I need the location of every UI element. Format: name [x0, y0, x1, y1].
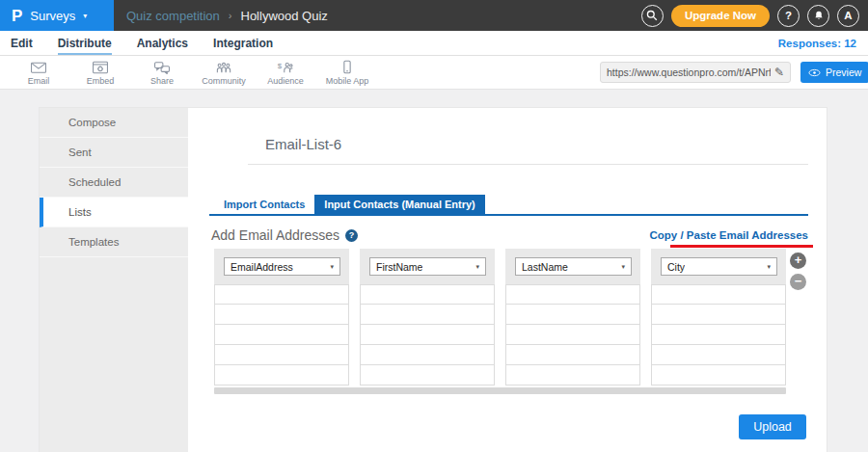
contact-cell[interactable]: [505, 305, 640, 325]
add-row-button[interactable]: +: [790, 253, 806, 269]
contact-cell[interactable]: [214, 325, 349, 345]
nav-tab-integration[interactable]: Integration: [213, 31, 273, 55]
selected-field-label: EmailAddress: [231, 261, 293, 273]
contact-cell[interactable]: [214, 305, 349, 325]
toolbar-item-share[interactable]: Share: [131, 60, 193, 86]
toolbar-item-label: Mobile App: [326, 76, 369, 86]
eye-icon: [808, 68, 821, 77]
toolbar-item-label: Email: [28, 76, 50, 86]
toolbar-item-label: Community: [202, 76, 246, 86]
tab-input-contacts-manual-entry[interactable]: Input Contacts (Manual Entry): [314, 195, 484, 214]
contact-row: [214, 325, 786, 345]
column-select-city[interactable]: City▾: [661, 257, 777, 276]
contact-cell[interactable]: [214, 284, 349, 305]
contacts-grid: EmailAddress▾FirstName▾LastName▾City▾: [214, 249, 786, 394]
contact-cell[interactable]: [360, 325, 495, 345]
sidebar-item-sent[interactable]: Sent: [40, 138, 188, 168]
contacts-grid-header: EmailAddress▾FirstName▾LastName▾City▾: [214, 249, 786, 284]
contact-cell[interactable]: [651, 305, 786, 325]
title-divider: [248, 164, 808, 165]
toolbar-item-mobile-app[interactable]: Mobile App: [316, 60, 378, 86]
contact-cell[interactable]: [360, 284, 495, 305]
contact-cell[interactable]: [651, 325, 786, 345]
nav-tab-distribute[interactable]: Distribute: [58, 31, 112, 55]
column-select-lastname[interactable]: LastName▾: [515, 257, 632, 276]
distribute-toolbar: EmailEmbedShareCommunity$AudienceMobile …: [0, 56, 868, 90]
contact-cell[interactable]: [505, 284, 640, 305]
sidebar-item-templates[interactable]: Templates: [40, 227, 188, 257]
topbar: P Surveys ▾ Quiz competition › Hollywood…: [0, 0, 868, 31]
toolbar-item-community[interactable]: Community: [193, 60, 255, 86]
share-icon: [153, 60, 171, 74]
breadcrumb-separator-icon: ›: [229, 10, 232, 21]
contact-cell[interactable]: [214, 345, 349, 365]
email-icon: [30, 60, 47, 74]
contact-cell[interactable]: [360, 365, 495, 386]
avatar[interactable]: A: [837, 5, 859, 27]
list-title: Email-List-6: [265, 136, 341, 152]
tab-import-contacts[interactable]: Import Contacts: [214, 195, 314, 214]
surveys-menu-label: Surveys: [30, 9, 75, 23]
breadcrumb-parent[interactable]: Quiz competition: [126, 9, 220, 23]
audience-icon: $: [277, 60, 294, 74]
breadcrumb-current: Hollywood Quiz: [241, 9, 328, 23]
tabs-underline: [209, 214, 808, 216]
nav-tab-edit[interactable]: Edit: [11, 31, 33, 55]
column-header-city: City▾: [651, 249, 786, 284]
contact-cell[interactable]: [214, 365, 349, 386]
contact-cell[interactable]: [651, 365, 786, 386]
toolbar-item-audience[interactable]: $Audience: [255, 60, 316, 86]
toolbar-item-label: Audience: [267, 76, 304, 86]
contact-row: [214, 365, 786, 386]
preview-button[interactable]: Preview: [800, 62, 868, 83]
embed-icon: [92, 60, 109, 74]
survey-subnav: EditDistributeAnalyticsIntegration Respo…: [0, 31, 868, 56]
contact-row: [214, 284, 786, 305]
contacts-grid-body: [214, 284, 786, 386]
toolbar-item-email[interactable]: Email: [8, 60, 69, 86]
section-title: Add Email Addresses: [211, 227, 339, 243]
help-button[interactable]: ?: [777, 5, 800, 27]
responses-count[interactable]: Responses: 12: [778, 38, 868, 49]
search-button[interactable]: [641, 5, 664, 27]
questionpro-logo: P: [12, 8, 22, 24]
survey-url-box[interactable]: https://www.questionpro.com/t/APNrfZ ✎: [600, 62, 791, 83]
chevron-down-icon: ▾: [767, 263, 771, 271]
mobile-app-icon: [339, 60, 356, 74]
nav-tab-analytics[interactable]: Analytics: [137, 31, 188, 55]
toolbar-item-embed[interactable]: Embed: [69, 60, 131, 86]
chevron-down-icon: ▾: [621, 263, 625, 271]
notifications-button[interactable]: [807, 5, 829, 27]
add-emails-header: Add Email Addresses ? Copy / Paste Email…: [211, 226, 808, 244]
sidebar-item-scheduled[interactable]: Scheduled: [40, 168, 188, 198]
contact-cell[interactable]: [505, 345, 640, 365]
distribute-channels: EmailEmbedShareCommunity$AudienceMobile …: [8, 60, 378, 86]
contact-cell[interactable]: [651, 284, 786, 305]
contact-cell[interactable]: [651, 345, 786, 365]
toolbar-item-label: Embed: [87, 76, 115, 86]
svg-text:$: $: [278, 62, 283, 70]
contact-cell[interactable]: [360, 345, 495, 365]
search-icon: [646, 10, 658, 21]
contact-cell[interactable]: [360, 305, 495, 325]
community-icon: [215, 60, 232, 74]
contacts-tabs: Import ContactsInput Contacts (Manual En…: [214, 195, 485, 214]
remove-row-button[interactable]: −: [790, 274, 806, 290]
contact-cell[interactable]: [505, 325, 640, 345]
horizontal-scrollbar[interactable]: [214, 387, 786, 394]
survey-url-input[interactable]: https://www.questionpro.com/t/APNrfZ: [607, 66, 771, 78]
copy-paste-link[interactable]: Copy / Paste Email Addresses: [650, 229, 808, 241]
edit-url-icon[interactable]: ✎: [774, 66, 784, 79]
help-icon[interactable]: ?: [345, 229, 358, 242]
surveys-menu-button[interactable]: P Surveys ▾: [0, 0, 114, 31]
upload-button[interactable]: Upload: [739, 414, 806, 439]
column-select-firstname[interactable]: FirstName▾: [369, 257, 486, 276]
column-select-emailaddress[interactable]: EmailAddress▾: [224, 257, 340, 276]
upgrade-now-button[interactable]: Upgrade Now: [671, 5, 770, 27]
sidebar-item-compose[interactable]: Compose: [40, 108, 188, 138]
questionpro-app: P Surveys ▾ Quiz competition › Hollywood…: [0, 0, 868, 452]
sidebar-item-lists[interactable]: Lists: [40, 198, 188, 227]
contact-cell[interactable]: [505, 365, 640, 386]
selected-field-label: FirstName: [376, 261, 422, 273]
column-header-lastname: LastName▾: [505, 249, 640, 284]
